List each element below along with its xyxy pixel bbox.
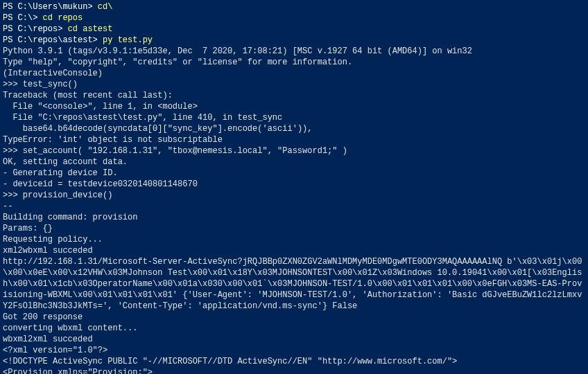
terminal-line: Requesting policy... [3,234,585,245]
command: cd\ [98,2,113,12]
command: py test.py [103,35,153,45]
terminal-line: OK, setting account data. [3,157,585,168]
command: cd repos [43,13,83,23]
terminal-line: Building command: provision [3,212,585,223]
terminal-line: File "C:\repos\astest\test.py", line 410… [3,112,585,123]
terminal-line: >>> test_sync() [3,79,585,90]
terminal-line: Python 3.9.1 (tags/v3.9.1:1e5d33e, Dec 7… [3,46,585,57]
terminal-line: - deviceid = testdevice0320140801148670 [3,179,585,190]
terminal-line: - Generating device ID. [3,168,585,179]
terminal-line: http://192.168.1.31/Microsoft-Server-Act… [3,256,585,312]
command: cd astest [68,24,113,34]
terminal-line: xml2wbxml succeded [3,245,585,256]
terminal-line: TypeError: 'int' object is not subscript… [3,134,585,145]
terminal-line: Got 200 response [3,312,585,323]
terminal-line: PS C:\repos\astest> py test.py [3,35,585,46]
terminal-line: -- [3,201,585,212]
terminal-line: converting wbxml content... [3,323,585,334]
terminal-line: PS C:\Users\mukun> cd\ [3,1,585,12]
prompt: PS C:\Users\mukun> [3,2,98,12]
terminal-line: <Provision xmlns="Provision:"> [3,367,585,374]
terminal-line: Traceback (most recent call last): [3,90,585,101]
terminal-line: Params: {} [3,223,585,234]
terminal-line: PS C:\> cd repos [3,12,585,24]
prompt: PS C:\> [3,13,43,23]
terminal-output[interactable]: PS C:\Users\mukun> cd\PS C:\> cd reposPS… [3,1,585,374]
terminal-line: wbxml2xml succeded [3,334,585,345]
prompt: PS C:\repos\astest> [3,35,103,45]
terminal-line: (InteractiveConsole) [3,68,585,79]
terminal-line: Type "help", "copyright", "credits" or "… [3,57,585,68]
terminal-line: base64.b64decode(syncdata[0]["sync_key"]… [3,123,585,134]
terminal-line: <!DOCTYPE ActiveSync PUBLIC "-//MICROSOF… [3,356,585,367]
prompt: PS C:\repos> [3,24,68,34]
terminal-line: <?xml version="1.0"?> [3,345,585,356]
terminal-line: >>> set_account( "192.168.1.31", "tbox@n… [3,145,585,157]
terminal-line: PS C:\repos> cd astest [3,24,585,35]
terminal-line: File "<console>", line 1, in <module> [3,101,585,112]
terminal-line: >>> provision_device() [3,190,585,201]
